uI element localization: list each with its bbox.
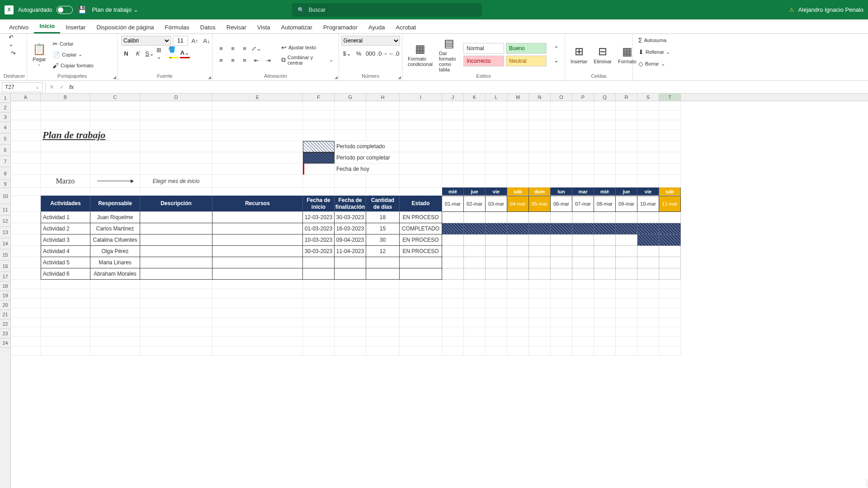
date-header[interactable]: 05-mar <box>529 196 551 212</box>
delete-cells-button[interactable]: ⊟Eliminar <box>592 44 613 65</box>
cell[interactable] <box>551 327 572 337</box>
cell[interactable] <box>616 327 637 337</box>
table-header-start[interactable]: Fecha de inicio <box>303 196 335 212</box>
cell[interactable] <box>551 299 572 308</box>
cell[interactable] <box>637 308 659 318</box>
gantt-cell[interactable] <box>551 235 572 246</box>
cell[interactable] <box>616 101 637 111</box>
days-cell[interactable] <box>366 257 400 268</box>
clipboard-launcher-icon[interactable]: ◢ <box>113 75 116 80</box>
cell[interactable] <box>442 111 464 120</box>
cell[interactable] <box>90 299 140 308</box>
cell[interactable] <box>507 280 529 289</box>
cell[interactable] <box>529 299 551 308</box>
gantt-cell[interactable] <box>659 246 681 257</box>
cell[interactable] <box>637 164 659 175</box>
cell[interactable] <box>140 346 212 356</box>
cell[interactable] <box>551 175 572 188</box>
sheet-title[interactable]: Plan de trabajo <box>41 130 140 141</box>
cell[interactable] <box>551 120 572 130</box>
align-bottom-icon[interactable]: ≡ <box>240 44 250 54</box>
cell[interactable] <box>594 308 616 318</box>
day-header[interactable]: lun <box>551 188 572 196</box>
cell[interactable] <box>616 141 637 152</box>
cell[interactable] <box>41 141 90 152</box>
cell[interactable] <box>140 289 212 299</box>
cell[interactable] <box>442 299 464 308</box>
cell[interactable] <box>659 164 681 175</box>
cell[interactable] <box>442 280 464 289</box>
cell[interactable] <box>464 152 486 164</box>
col-header-O[interactable]: O <box>551 94 572 101</box>
status-cell[interactable]: EN PROCESO <box>400 246 442 257</box>
cell[interactable] <box>41 152 90 164</box>
row-header-23[interactable]: 23 <box>0 329 10 338</box>
cell[interactable] <box>366 318 400 327</box>
cell[interactable] <box>529 318 551 327</box>
cell[interactable] <box>400 308 442 318</box>
row-header-24[interactable]: 24 <box>0 338 10 348</box>
number-launcher-icon[interactable]: ◢ <box>398 75 401 80</box>
format-as-table-button[interactable]: ▤Dar formato como tabla <box>437 36 461 73</box>
cell[interactable] <box>442 337 464 346</box>
cell[interactable] <box>41 289 90 299</box>
alignment-launcher-icon[interactable]: ◢ <box>335 75 338 80</box>
cell[interactable] <box>616 111 637 120</box>
date-header[interactable]: 09-mar <box>616 196 637 212</box>
cell[interactable] <box>616 152 637 164</box>
cell[interactable] <box>572 152 594 164</box>
cell[interactable] <box>400 101 442 111</box>
cell[interactable] <box>594 120 616 130</box>
col-header-B[interactable]: B <box>41 94 90 101</box>
fill-color-button[interactable]: 🪣⌄ <box>168 48 178 58</box>
cell[interactable] <box>90 164 140 175</box>
cell[interactable] <box>637 101 659 111</box>
cell[interactable] <box>529 120 551 130</box>
cell[interactable] <box>41 318 90 327</box>
cell[interactable] <box>637 111 659 120</box>
gantt-cell[interactable] <box>442 235 464 246</box>
table-header-status[interactable]: Estado <box>400 196 442 212</box>
status-cell[interactable]: COMPLETADO <box>400 223 442 235</box>
gantt-cell[interactable] <box>616 246 637 257</box>
cell[interactable] <box>464 308 486 318</box>
status-cell[interactable] <box>400 268 442 280</box>
row-header-1[interactable]: 1 <box>0 94 10 103</box>
cell[interactable] <box>594 318 616 327</box>
style-neutral[interactable]: Neutral <box>506 56 547 66</box>
cell[interactable] <box>400 164 442 175</box>
cell[interactable] <box>11 257 41 268</box>
cell[interactable] <box>529 337 551 346</box>
cell[interactable] <box>140 101 212 111</box>
cell[interactable] <box>659 120 681 130</box>
gantt-cell[interactable] <box>637 268 659 280</box>
cell[interactable] <box>41 337 90 346</box>
cell[interactable] <box>400 299 442 308</box>
cell[interactable] <box>212 246 303 257</box>
cell[interactable] <box>507 111 529 120</box>
cell[interactable] <box>335 175 366 188</box>
decrease-font-icon[interactable]: A↓ <box>202 36 212 46</box>
autosum-button[interactable]: ΣAutosuma <box>637 36 668 45</box>
cell[interactable] <box>659 346 681 356</box>
cell[interactable] <box>400 337 442 346</box>
cell[interactable] <box>11 337 41 346</box>
cell[interactable] <box>303 346 335 356</box>
cell[interactable] <box>212 188 303 196</box>
cell[interactable] <box>529 280 551 289</box>
table-header-rec[interactable]: Recursos <box>212 196 303 212</box>
date-header[interactable]: 10-mar <box>637 196 659 212</box>
cell[interactable] <box>616 337 637 346</box>
gantt-cell[interactable] <box>572 268 594 280</box>
cell[interactable] <box>335 337 366 346</box>
cell[interactable] <box>335 111 366 120</box>
cell[interactable] <box>572 101 594 111</box>
decrease-decimal-icon[interactable]: ←.0 <box>389 48 399 58</box>
gantt-cell[interactable] <box>507 257 529 268</box>
cell[interactable] <box>400 152 442 164</box>
legend-pending-swatch[interactable] <box>303 152 335 164</box>
cell[interactable] <box>572 337 594 346</box>
thousands-icon[interactable]: 000 <box>366 48 376 58</box>
start-date-cell[interactable] <box>303 268 335 280</box>
gantt-cell[interactable] <box>529 235 551 246</box>
